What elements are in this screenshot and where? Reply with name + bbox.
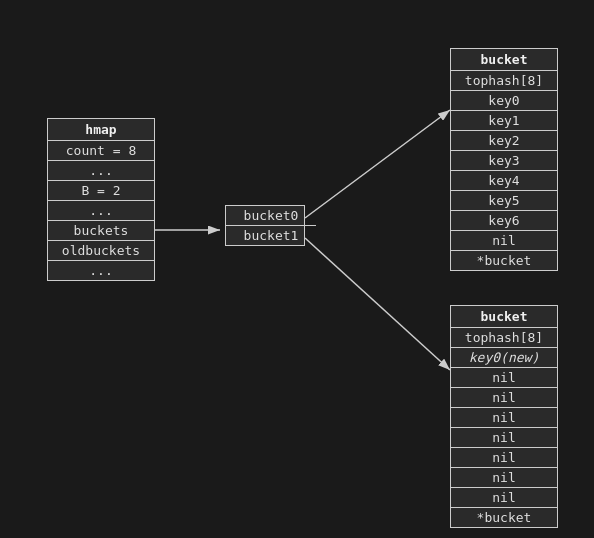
svg-line-3 [305, 238, 450, 370]
bucket-bottom-title: bucket [451, 306, 557, 328]
bucket-bottom-row-0: tophash[8] [451, 328, 557, 348]
bucket-bottom-box: bucket tophash[8] key0(new) nil nil nil … [450, 305, 558, 528]
bucket-top-row-8: nil [451, 231, 557, 251]
bucket-bottom-row-2: nil [451, 368, 557, 388]
bucket-bottom-row-6: nil [451, 448, 557, 468]
bucket-top-row-5: key4 [451, 171, 557, 191]
buckets-row-1: bucket1 [226, 226, 316, 245]
hmap-row-6: ... [48, 261, 154, 280]
bucket-top-row-9: *bucket [451, 251, 557, 270]
hmap-row-1: ... [48, 161, 154, 181]
bucket-top-row-4: key3 [451, 151, 557, 171]
bucket-bottom-row-9: *bucket [451, 508, 557, 527]
hmap-title: hmap [48, 119, 154, 141]
hmap-row-4: buckets [48, 221, 154, 241]
hmap-row-0: count = 8 [48, 141, 154, 161]
bucket-top-row-3: key2 [451, 131, 557, 151]
bucket-bottom-row-5: nil [451, 428, 557, 448]
bucket-bottom-row-7: nil [451, 468, 557, 488]
bucket-bottom-row-4: nil [451, 408, 557, 428]
bucket-bottom-row-1: key0(new) [451, 348, 557, 368]
bucket-top-row-6: key5 [451, 191, 557, 211]
hmap-box: hmap count = 8 ... B = 2 ... buckets old… [47, 118, 155, 281]
bucket-top-row-0: tophash[8] [451, 71, 557, 91]
buckets-row-0: bucket0 [226, 206, 316, 226]
bucket-top-row-1: key0 [451, 91, 557, 111]
bucket-top-row-7: key6 [451, 211, 557, 231]
bucket-bottom-row-3: nil [451, 388, 557, 408]
hmap-row-5: oldbuckets [48, 241, 154, 261]
svg-line-2 [305, 110, 450, 218]
buckets-array-box: bucket0 bucket1 [225, 205, 305, 246]
bucket-top-box: bucket tophash[8] key0 key1 key2 key3 ke… [450, 48, 558, 271]
bucket-top-row-2: key1 [451, 111, 557, 131]
bucket-top-title: bucket [451, 49, 557, 71]
hmap-row-3: ... [48, 201, 154, 221]
bucket-bottom-row-8: nil [451, 488, 557, 508]
hmap-row-2: B = 2 [48, 181, 154, 201]
diagram: hmap count = 8 ... B = 2 ... buckets old… [0, 0, 594, 538]
